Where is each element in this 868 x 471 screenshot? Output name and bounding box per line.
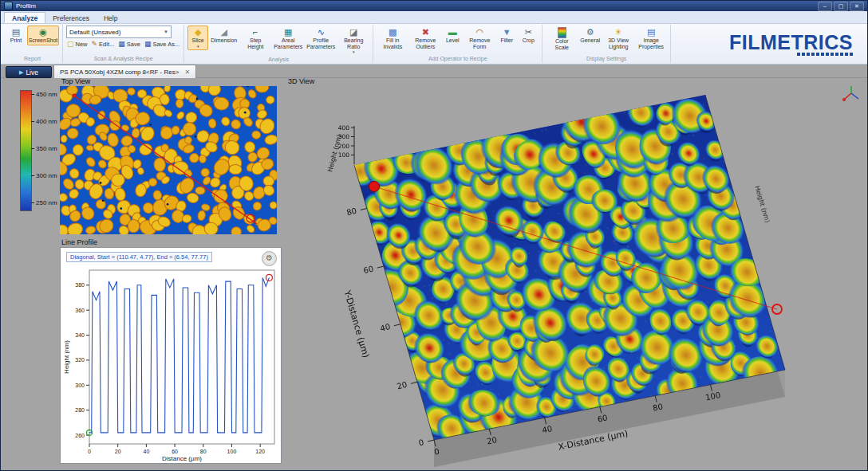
chevron-down-icon: ▾: [197, 44, 199, 49]
close-button[interactable]: ✕: [850, 2, 864, 11]
chart-settings-gear-icon[interactable]: ⚙: [262, 251, 277, 266]
logo-squares-decoration: [797, 53, 853, 56]
button-label: Print: [10, 37, 22, 44]
camera-icon: ◉: [39, 27, 47, 37]
svg-text:260: 260: [75, 433, 85, 438]
button-label: Crop: [523, 37, 535, 44]
button-label: Image Properties: [637, 37, 665, 49]
menubar: Analyze Preferences Help: [1, 11, 867, 24]
recipe-select-value: Default (Unsaved): [69, 29, 120, 36]
save-as-button[interactable]: ▦Save As...: [144, 40, 180, 48]
color-scale-button[interactable]: Color Scale: [546, 26, 578, 52]
ribbon-group-display: Color Scale⚙General☀3D View Lighting▤Ima…: [542, 25, 671, 63]
titlebar: Profilm – ▢ ✕: [1, 1, 867, 11]
button-label: Profile Parameters: [306, 37, 335, 49]
fill-in-invalids-button[interactable]: ▩Fill in Invalids: [377, 26, 408, 51]
button-label: Edit...: [99, 41, 114, 48]
edit-button[interactable]: ✎Edit...: [91, 40, 116, 48]
svg-text:300: 300: [75, 383, 85, 388]
edit-icon: ✎: [92, 40, 98, 48]
tab-preferences[interactable]: Preferences: [45, 13, 97, 23]
button-label: Level: [446, 37, 460, 44]
new-button[interactable]: ▢New: [66, 40, 89, 48]
play-icon: ▶: [19, 69, 23, 76]
crop-button[interactable]: ✂Crop: [518, 26, 539, 45]
ribbon-group-label: Analysis: [187, 56, 369, 63]
svg-text:380: 380: [75, 282, 85, 288]
bearing-ratio-icon: ◪: [349, 27, 357, 37]
tab-help[interactable]: Help: [97, 13, 124, 23]
level-button[interactable]: ▬Level: [442, 26, 463, 45]
svg-text:Height (nm): Height (nm): [63, 340, 70, 374]
content-area: ▶ Live PS PCA 50Xobj 4XZM comp 8<RF - Re…: [1, 65, 867, 470]
button-label: General: [580, 37, 600, 44]
button-label: Remove Form: [465, 37, 494, 49]
lighting-icon: ☀: [614, 27, 622, 37]
maximize-button[interactable]: ▢: [834, 2, 848, 11]
profile-parameters-icon: ∿: [318, 27, 325, 37]
remove-form-button[interactable]: ◠Remove Form: [464, 26, 495, 51]
button-label: Step Height: [241, 37, 270, 49]
slice-icon: ◆: [195, 27, 201, 37]
color-scale-label: 250 nm: [36, 199, 57, 206]
general-button[interactable]: ⚙General: [578, 26, 602, 45]
svg-text:120: 120: [255, 449, 265, 454]
save-button[interactable]: ▦Save: [117, 40, 141, 48]
line-profile-annotation: Diagonal, Start = (110.47, 4.77), End = …: [66, 252, 212, 262]
tab-analyze[interactable]: Analyze: [4, 12, 45, 23]
tab-close-icon[interactable]: ✕: [184, 69, 190, 76]
svg-text:20: 20: [115, 449, 121, 454]
svg-text:40: 40: [143, 449, 149, 454]
recipe-select[interactable]: Default (Unsaved)▼: [66, 26, 172, 38]
view-3d-title: 3D View: [288, 77, 314, 85]
slice-button[interactable]: ◆Slice▾: [187, 26, 208, 50]
color-scale-label: 450 nm: [36, 91, 57, 98]
remove-outliers-button[interactable]: ✖Remove Outliers: [409, 26, 441, 51]
ribbon-group-label: Scan & Analysis Recipe: [66, 55, 180, 62]
button-label: 3D View Lighting: [604, 37, 633, 49]
live-button[interactable]: ▶ Live: [6, 66, 52, 78]
document-tab-label: PS PCA 50Xobj 4XZM comp 8<RF - Res>: [60, 69, 179, 76]
print-button[interactable]: ▤Print: [6, 26, 26, 45]
dimension-icon: ◢: [220, 27, 227, 37]
dimension-button[interactable]: ◢Dimension: [209, 26, 239, 45]
ribbon-group-report: ▤Print◉ScreenShotReport: [2, 25, 63, 63]
svg-text:Distance (µm): Distance (µm): [162, 455, 202, 462]
color-scale-label: 300 nm: [36, 172, 57, 179]
chevron-down-icon: ▾: [353, 49, 355, 54]
line-profile-chart[interactable]: 260280300320340360380020406080100120Heig…: [61, 248, 282, 463]
color-scale-label: 400 nm: [36, 118, 57, 125]
ribbon-group-analysis: ◆Slice▾◢Dimension⌐Step Height▦Areal Para…: [184, 25, 373, 63]
bearing-ratio-button[interactable]: ◪Bearing Ratio▾: [337, 26, 369, 56]
document-tab[interactable]: PS PCA 50Xobj 4XZM comp 8<RF - Res> ✕: [53, 65, 196, 78]
top-view-canvas[interactable]: [60, 86, 277, 234]
svg-text:100: 100: [227, 449, 237, 454]
button-label: Remove Outliers: [411, 37, 440, 49]
areal-parameters-button[interactable]: ▦Areal Parameters: [272, 26, 304, 51]
orientation-triad-icon: [842, 84, 861, 103]
chevron-down-icon: ▼: [164, 29, 168, 34]
button-label: Save: [127, 41, 140, 48]
filter-button[interactable]: ▼Filter: [496, 26, 517, 45]
button-label: Areal Parameters: [274, 37, 302, 49]
screenshot-button[interactable]: ◉ScreenShot: [27, 26, 59, 45]
button-label: Bearing Ratio: [339, 37, 368, 49]
color-scale-legend: 450 nm400 nm350 nm300 nm250 nm: [20, 88, 60, 216]
profile-parameters-button[interactable]: ∿Profile Parameters: [305, 26, 337, 51]
ribbon-group-label: Display Settings: [546, 55, 667, 62]
window-controls: – ▢ ✕: [818, 2, 864, 11]
view-lighting-button[interactable]: ☀3D View Lighting: [602, 26, 634, 51]
save-icon: ▦: [118, 40, 125, 48]
step-height-button[interactable]: ⌐Step Height: [239, 26, 271, 51]
line-profile-panel: Diagonal, Start = (110.47, 4.77), End = …: [60, 247, 282, 464]
color-scale-tick: [31, 94, 34, 95]
ribbon-groups: ▤Print◉ScreenShotReportDefault (Unsaved)…: [2, 25, 671, 63]
image-properties-button[interactable]: ▤Image Properties: [635, 26, 667, 51]
minimize-button[interactable]: –: [818, 2, 832, 11]
button-label: Filter: [500, 37, 513, 44]
level-icon: ▬: [448, 27, 457, 37]
new-document-icon: ▢: [67, 40, 74, 48]
remove-form-icon: ◠: [475, 27, 483, 37]
view-3d-canvas[interactable]: [285, 85, 867, 471]
logo-text: FILMETRICS: [729, 33, 853, 52]
